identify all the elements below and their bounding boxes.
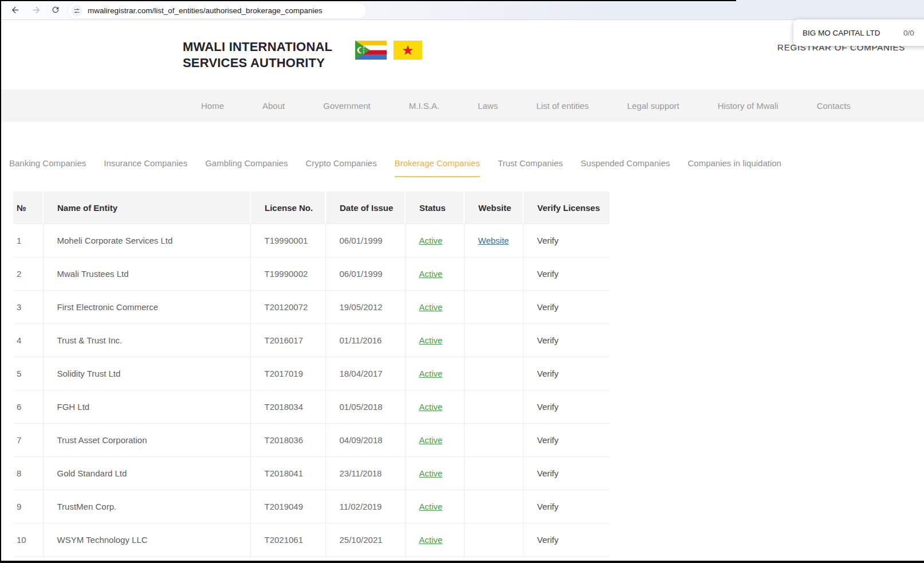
- cell-license-number: T19990001: [250, 224, 325, 257]
- active-status-link[interactable]: Active: [419, 502, 443, 511]
- entities-table: №Name of EntityLicense No.Date of IssueS…: [13, 191, 610, 557]
- cell-verify: Verify: [523, 257, 610, 291]
- tab-gambling-companies[interactable]: Gambling Companies: [205, 150, 288, 176]
- tab-suspended-companies[interactable]: Suspended Companies: [581, 150, 670, 176]
- cell-license-number: T19990002: [250, 257, 325, 291]
- table-row: 5Solidity Trust LtdT201701918/04/2017Act…: [13, 357, 610, 390]
- cell-row-number: 8: [13, 457, 43, 490]
- table-row: 10WSYM Technology LLCT202106125/10/2021A…: [13, 523, 610, 557]
- active-status-link[interactable]: Active: [419, 435, 443, 445]
- cell-license-number: T2017019: [250, 357, 325, 390]
- verify-link[interactable]: Verify: [537, 302, 559, 312]
- site-info-button[interactable]: [71, 5, 82, 17]
- cell-website: [464, 424, 523, 457]
- active-status-link[interactable]: Active: [419, 468, 443, 478]
- forward-button[interactable]: [29, 2, 44, 17]
- table-row: 6FGH LtdT201803401/05/2018ActiveVerify: [13, 390, 610, 424]
- verify-link[interactable]: Verify: [537, 269, 559, 279]
- url-bar[interactable]: mwaliregistrar.com/list_of_entities/auth…: [68, 2, 367, 19]
- cell-verify: Verify: [523, 224, 610, 257]
- tab-trust-companies[interactable]: Trust Companies: [498, 150, 563, 176]
- verify-link[interactable]: Verify: [537, 468, 559, 478]
- active-status-link[interactable]: Active: [419, 236, 443, 245]
- verify-link[interactable]: Verify: [537, 402, 559, 412]
- cell-entity-name: Trust & Trust Inc.: [43, 324, 250, 357]
- tab-crypto-companies[interactable]: Crypto Companies: [305, 150, 376, 176]
- verify-link[interactable]: Verify: [537, 369, 559, 378]
- cell-date-of-issue: 18/04/2017: [325, 357, 405, 390]
- active-status-link[interactable]: Active: [419, 402, 443, 412]
- find-query-input[interactable]: BIG MO CAPITAL LTD: [803, 29, 880, 37]
- website-link[interactable]: Website: [478, 236, 509, 245]
- active-status-link[interactable]: Active: [419, 335, 443, 345]
- table-row: 2Mwali Trustees LtdT1999000206/01/1999Ac…: [13, 257, 610, 291]
- tune-icon: [73, 7, 80, 14]
- cell-license-number: T2021061: [250, 523, 325, 557]
- nav-item-about[interactable]: About: [262, 101, 285, 111]
- table-row: 7Trust Asset CorporationT201803604/09/20…: [13, 424, 610, 457]
- url-text: mwaliregistrar.com/list_of_entities/auth…: [88, 6, 323, 15]
- cell-date-of-issue: 25/10/2021: [325, 523, 405, 557]
- cell-website: [464, 357, 523, 390]
- active-status-link[interactable]: Active: [419, 535, 443, 545]
- cell-status: Active: [405, 490, 464, 523]
- comoros-flag-icon: [355, 41, 387, 60]
- cell-license-number: T2018034: [250, 390, 325, 424]
- cell-website: [464, 523, 523, 557]
- cell-license-number: T2018041: [250, 457, 325, 490]
- back-button[interactable]: [7, 2, 22, 17]
- nav-item-laws[interactable]: Laws: [478, 101, 498, 111]
- cell-row-number: 9: [13, 490, 43, 523]
- logo-line-1: MWALI INTERNATIONAL: [183, 39, 332, 55]
- cell-license-number: T2018036: [250, 424, 325, 457]
- back-arrow-icon: [10, 5, 20, 15]
- table-row: 1Moheli Corporate Services LtdT199900010…: [13, 224, 610, 257]
- cell-verify: Verify: [523, 291, 610, 324]
- column-header-website: Website: [464, 191, 523, 224]
- table-row: 8Gold Standard LtdT201804123/11/2018Acti…: [13, 457, 610, 490]
- nav-item-legal-support[interactable]: Legal support: [627, 101, 679, 111]
- nav-item-m-i-s-a-[interactable]: M.I.S.A.: [409, 101, 439, 111]
- cell-status: Active: [405, 390, 464, 424]
- nav-item-history-of-mwali[interactable]: History of Mwali: [718, 101, 778, 111]
- cell-date-of-issue: 06/01/1999: [325, 224, 405, 257]
- active-status-link[interactable]: Active: [419, 369, 443, 378]
- find-in-page-bar[interactable]: BIG MO CAPITAL LTD 0/0: [793, 19, 924, 46]
- cell-status: Active: [405, 257, 464, 291]
- table-row: 3First Electronic CommerceT2012007219/05…: [13, 291, 610, 324]
- cell-status: Active: [405, 424, 464, 457]
- find-match-count: 0/0: [903, 29, 914, 37]
- verify-link[interactable]: Verify: [537, 502, 559, 511]
- tab-banking-companies[interactable]: Banking Companies: [9, 150, 86, 176]
- active-status-link[interactable]: Active: [419, 269, 443, 279]
- reload-icon: [51, 5, 60, 14]
- tab-brokerage-companies[interactable]: Brokerage Companies: [395, 150, 480, 177]
- nav-item-home[interactable]: Home: [201, 101, 224, 111]
- verify-link[interactable]: Verify: [537, 535, 559, 545]
- active-status-link[interactable]: Active: [419, 302, 443, 312]
- cell-website: Website: [464, 224, 523, 257]
- site-logo-title: MWALI INTERNATIONAL SERVICES AUTHORITY: [183, 39, 332, 71]
- cell-website: [464, 490, 523, 523]
- nav-item-government[interactable]: Government: [323, 101, 371, 111]
- tab-companies-in-liquidation[interactable]: Companies in liquidation: [688, 150, 781, 176]
- cell-row-number: 10: [13, 523, 43, 557]
- cell-website: [464, 291, 523, 324]
- column-header-name-of-entity: Name of Entity: [43, 191, 250, 224]
- verify-link[interactable]: Verify: [537, 335, 559, 345]
- cell-date-of-issue: 19/05/2012: [325, 291, 405, 324]
- cell-row-number: 6: [13, 390, 43, 424]
- verify-link[interactable]: Verify: [537, 236, 559, 245]
- mwali-flag-icon: [394, 41, 422, 60]
- verify-link[interactable]: Verify: [537, 435, 559, 445]
- nav-item-list-of-entities[interactable]: List of entities: [536, 101, 589, 111]
- cell-entity-name: Trust Asset Corporation: [43, 424, 250, 457]
- nav-item-contacts[interactable]: Contacts: [817, 101, 851, 111]
- cell-row-number: 3: [13, 291, 43, 324]
- table-row: 9TrustMen Corp.T201904911/02/2019ActiveV…: [13, 490, 610, 523]
- reload-button[interactable]: [48, 2, 63, 17]
- cell-verify: Verify: [523, 324, 610, 357]
- screen-edge-top: [0, 0, 736, 1]
- tab-insurance-companies[interactable]: Insurance Companies: [104, 150, 187, 176]
- cell-verify: Verify: [523, 523, 610, 557]
